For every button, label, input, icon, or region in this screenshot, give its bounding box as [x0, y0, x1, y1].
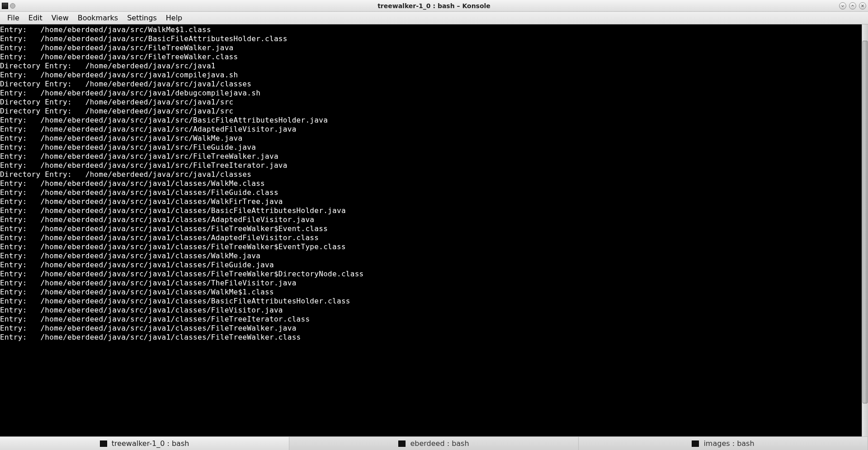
tabbar: treewalker-1_0 : basheberdeed : bashimag… — [0, 436, 868, 450]
titlebar: treewalker-1_0 : bash – Konsole — [0, 0, 868, 12]
terminal-line: Entry: /home/eberdeed/java/src/java1/com… — [0, 71, 862, 80]
terminal-line: Directory Entry: /home/eberdeed/java/src… — [0, 62, 862, 71]
terminal-line: Entry: /home/eberdeed/java/src/java1/cla… — [0, 233, 862, 242]
menu-settings[interactable]: Settings — [123, 13, 161, 23]
terminal-area: Entry: /home/eberdeed/java/src/WalkMe$1.… — [0, 24, 868, 436]
terminal-line: Entry: /home/eberdeed/java/src/java1/cla… — [0, 197, 862, 206]
terminal-line: Entry: /home/eberdeed/java/src/java1/src… — [0, 116, 862, 125]
terminal-line: Entry: /home/eberdeed/java/src/java1/cla… — [0, 188, 862, 197]
terminal-line: Entry: /home/eberdeed/java/src/java1/src… — [0, 152, 862, 161]
app-icon — [2, 3, 8, 9]
terminal-icon — [398, 441, 406, 447]
tab-label: images : bash — [703, 439, 754, 448]
terminal-line: Entry: /home/eberdeed/java/src/java1/cla… — [0, 324, 862, 333]
terminal-line: Entry: /home/eberdeed/java/src/java1/src… — [0, 143, 862, 152]
tab-0[interactable]: treewalker-1_0 : bash — [0, 437, 289, 450]
tab-label: eberdeed : bash — [410, 439, 469, 448]
terminal-line: Entry: /home/eberdeed/java/src/java1/cla… — [0, 315, 862, 324]
terminal-line: Entry: /home/eberdeed/java/src/java1/cla… — [0, 306, 862, 315]
terminal-output: Entry: /home/eberdeed/java/src/WalkMe$1.… — [0, 25, 862, 342]
terminal-line: Entry: /home/eberdeed/java/src/FileTreeW… — [0, 43, 862, 52]
terminal-line: Entry: /home/eberdeed/java/src/java1/cla… — [0, 251, 862, 261]
terminal-line: Directory Entry: /home/eberdeed/java/src… — [0, 170, 862, 179]
terminal-line: Entry: /home/eberdeed/java/src/WalkMe$1.… — [0, 25, 862, 34]
terminal-line: Entry: /home/eberdeed/java/src/java1/cla… — [0, 179, 862, 188]
close-button[interactable] — [859, 2, 866, 9]
scrollbar-thumb[interactable] — [863, 41, 868, 403]
terminal-line: Entry: /home/eberdeed/java/src/java1/src… — [0, 125, 862, 134]
tab-1[interactable]: eberdeed : bash — [289, 437, 579, 450]
terminal-line: Directory Entry: /home/eberdeed/java/src… — [0, 98, 862, 107]
terminal-line: Entry: /home/eberdeed/java/src/java1/cla… — [0, 224, 862, 233]
terminal-line: Directory Entry: /home/eberdeed/java/src… — [0, 107, 862, 116]
terminal-icon — [692, 441, 699, 447]
menubar: File Edit View Bookmarks Settings Help — [0, 12, 868, 24]
titlebar-left-icons — [0, 3, 15, 9]
scrollbar[interactable] — [862, 24, 868, 436]
minimize-button[interactable] — [839, 2, 846, 9]
menu-view[interactable]: View — [47, 13, 73, 23]
window-controls — [839, 2, 866, 9]
terminal-icon — [100, 441, 107, 447]
terminal-line: Entry: /home/eberdeed/java/src/FileTreeW… — [0, 52, 862, 62]
terminal-line: Entry: /home/eberdeed/java/src/BasicFile… — [0, 34, 862, 43]
menu-help[interactable]: Help — [161, 13, 187, 23]
terminal-line: Entry: /home/eberdeed/java/src/java1/cla… — [0, 297, 862, 306]
menu-edit[interactable]: Edit — [24, 13, 47, 23]
app-icon-secondary — [10, 3, 15, 9]
terminal-line: Entry: /home/eberdeed/java/src/java1/cla… — [0, 333, 862, 342]
terminal-line: Entry: /home/eberdeed/java/src/java1/src… — [0, 134, 862, 143]
terminal-line: Entry: /home/eberdeed/java/src/java1/src… — [0, 161, 862, 170]
terminal[interactable]: Entry: /home/eberdeed/java/src/WalkMe$1.… — [0, 24, 862, 436]
terminal-line: Entry: /home/eberdeed/java/src/java1/cla… — [0, 261, 862, 270]
tab-label: treewalker-1_0 : bash — [112, 439, 189, 448]
terminal-line: Directory Entry: /home/eberdeed/java/src… — [0, 80, 862, 89]
terminal-line: Entry: /home/eberdeed/java/src/java1/cla… — [0, 279, 862, 288]
terminal-line: Entry: /home/eberdeed/java/src/java1/cla… — [0, 242, 862, 251]
maximize-button[interactable] — [849, 2, 856, 9]
terminal-line: Entry: /home/eberdeed/java/src/java1/cla… — [0, 206, 862, 215]
terminal-line: Entry: /home/eberdeed/java/src/java1/cla… — [0, 270, 862, 279]
menu-bookmarks[interactable]: Bookmarks — [73, 13, 123, 23]
terminal-line: Entry: /home/eberdeed/java/src/java1/cla… — [0, 215, 862, 224]
menu-file[interactable]: File — [3, 13, 24, 23]
terminal-line: Entry: /home/eberdeed/java/src/java1/cla… — [0, 288, 862, 297]
tab-2[interactable]: images : bash — [579, 437, 868, 450]
terminal-line: Entry: /home/eberdeed/java/src/java1/deb… — [0, 89, 862, 98]
window-title: treewalker-1_0 : bash – Konsole — [377, 2, 491, 9]
